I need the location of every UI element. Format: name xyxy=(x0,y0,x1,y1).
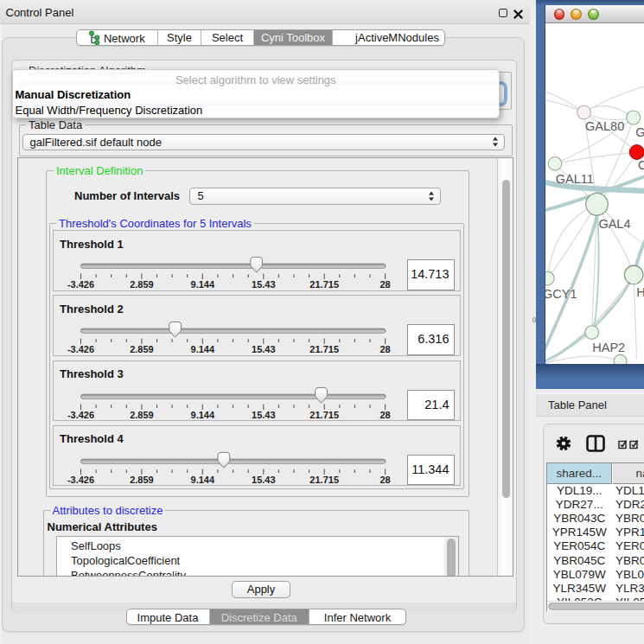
svg-text:15.43: 15.43 xyxy=(252,344,276,354)
svg-text:GCY1: GCY1 xyxy=(545,287,577,301)
svg-text:21.715: 21.715 xyxy=(309,475,339,485)
svg-text:9.144: 9.144 xyxy=(190,279,214,290)
svg-text:15.43: 15.43 xyxy=(252,475,276,485)
svg-text:CD: CD xyxy=(638,158,644,172)
svg-text:-3.426: -3.426 xyxy=(67,410,93,420)
svg-text:GAL4: GAL4 xyxy=(598,217,630,231)
svg-text:15.43: 15.43 xyxy=(252,410,276,420)
svg-text:-3.426: -3.426 xyxy=(67,475,93,485)
svg-text:28: 28 xyxy=(379,279,390,290)
svg-text:9.144: 9.144 xyxy=(190,475,214,485)
svg-text:2.859: 2.859 xyxy=(130,475,154,485)
svg-text:21.715: 21.715 xyxy=(309,344,339,354)
svg-text:2.859: 2.859 xyxy=(130,410,154,420)
svg-text:15.43: 15.43 xyxy=(252,279,276,290)
svg-text:9.144: 9.144 xyxy=(190,410,214,420)
svg-text:GAL1: GAL1 xyxy=(635,125,644,139)
svg-text:21.715: 21.715 xyxy=(309,410,339,420)
svg-text:2.859: 2.859 xyxy=(130,279,154,290)
svg-text:21.715: 21.715 xyxy=(309,279,339,290)
svg-text:9.144: 9.144 xyxy=(190,344,214,354)
svg-text:HAP2: HAP2 xyxy=(592,341,625,354)
svg-text:28: 28 xyxy=(379,475,390,485)
svg-text:GAL80: GAL80 xyxy=(585,119,624,133)
svg-text:28: 28 xyxy=(379,410,390,420)
svg-text:GAL11: GAL11 xyxy=(556,172,594,186)
svg-text:-3.426: -3.426 xyxy=(67,344,93,354)
svg-text:2.859: 2.859 xyxy=(130,344,154,354)
svg-text:-3.426: -3.426 xyxy=(67,279,93,290)
svg-text:H: H xyxy=(636,285,644,299)
svg-text:28: 28 xyxy=(379,344,390,354)
